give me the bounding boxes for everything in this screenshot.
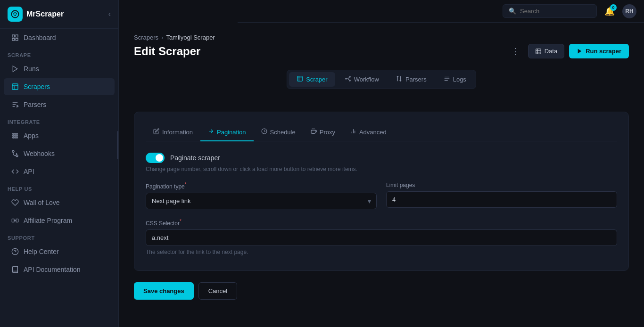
css-selector-label: CSS Selector* bbox=[146, 219, 617, 227]
breadcrumb-parent[interactable]: Scrapers bbox=[134, 34, 158, 41]
sub-tab-information-label: Information bbox=[162, 129, 193, 136]
runs-icon bbox=[11, 65, 19, 73]
svg-point-27 bbox=[349, 80, 350, 81]
logo-text: MrScraper bbox=[26, 10, 64, 18]
search-box[interactable]: 🔍 bbox=[503, 4, 597, 18]
svg-point-11 bbox=[17, 133, 18, 135]
sidebar-item-affiliate[interactable]: Affiliate Program bbox=[4, 212, 115, 229]
notification-badge: 0 bbox=[610, 4, 617, 11]
save-changes-button[interactable]: Save changes bbox=[134, 282, 194, 300]
sub-tab-advanced[interactable]: Advanced bbox=[343, 123, 394, 141]
sidebar-item-api[interactable]: API bbox=[4, 163, 115, 180]
logo-area: MrScraper ‹ bbox=[0, 0, 118, 29]
pagination-type-group: Pagination type* Next page link Page num… bbox=[146, 182, 377, 209]
svg-marker-6 bbox=[13, 66, 17, 72]
info-icon bbox=[153, 128, 159, 136]
section-helpus: Help Us bbox=[0, 180, 118, 194]
pagination-type-select-wrapper: Next page link Page number Load more but… bbox=[146, 193, 377, 209]
svg-point-14 bbox=[17, 135, 18, 137]
sub-tab-information[interactable]: Information bbox=[146, 123, 200, 141]
paginate-toggle[interactable] bbox=[146, 153, 165, 163]
css-selector-hint: The selector for the link to the next pa… bbox=[146, 249, 617, 255]
tab-scraper-label: Scraper bbox=[306, 76, 328, 83]
svg-point-15 bbox=[13, 137, 14, 139]
section-scrape: Scrape bbox=[0, 47, 118, 60]
book-icon bbox=[11, 266, 19, 273]
logs-tab-icon bbox=[444, 75, 450, 83]
svg-rect-19 bbox=[16, 219, 18, 222]
tab-workflow-label: Workflow bbox=[354, 76, 379, 83]
scrapers-label: Scrapers bbox=[24, 83, 50, 90]
sub-tab-proxy[interactable]: Proxy bbox=[303, 123, 343, 141]
svg-rect-18 bbox=[12, 219, 14, 222]
data-button-label: Data bbox=[545, 48, 557, 55]
sub-tab-pagination[interactable]: Pagination bbox=[200, 123, 253, 141]
sidebar-item-scrapers[interactable]: Scrapers bbox=[4, 78, 115, 95]
proxy-icon bbox=[311, 128, 317, 136]
tab-workflow[interactable]: Workflow bbox=[337, 72, 387, 87]
pagination-icon bbox=[208, 128, 214, 136]
workflow-tab-icon bbox=[345, 75, 351, 83]
svg-point-12 bbox=[13, 135, 14, 137]
sidebar-item-apps[interactable]: Apps bbox=[4, 127, 115, 144]
sidebar-item-dashboard[interactable]: Dashboard bbox=[4, 29, 115, 46]
sidebar-item-help-center[interactable]: Help Center bbox=[4, 243, 115, 260]
svg-point-25 bbox=[345, 78, 346, 79]
avatar[interactable]: RH bbox=[622, 4, 636, 18]
help-icon bbox=[11, 248, 19, 255]
svg-point-17 bbox=[17, 137, 18, 139]
svg-rect-4 bbox=[16, 38, 18, 41]
affiliate-label: Affiliate Program bbox=[24, 217, 72, 224]
sidebar-collapse-button[interactable]: ‹ bbox=[108, 10, 111, 18]
svg-marker-23 bbox=[578, 49, 582, 54]
sidebar-item-runs[interactable]: Runs bbox=[4, 60, 115, 77]
sub-tab-proxy-label: Proxy bbox=[320, 129, 335, 136]
webhooks-label: Webhooks bbox=[24, 150, 55, 157]
api-icon bbox=[11, 168, 19, 175]
sub-tab-bar: Information Pagination bbox=[146, 123, 617, 141]
sidebar-item-wall-of-love[interactable]: Wall of Love bbox=[4, 194, 115, 211]
css-selector-input[interactable] bbox=[146, 229, 617, 246]
tab-parsers[interactable]: Parsers bbox=[388, 72, 434, 87]
run-scraper-button[interactable]: Run scraper bbox=[569, 44, 629, 58]
header-actions: ⋮ Data Run scraper bbox=[507, 44, 629, 58]
limit-pages-input[interactable] bbox=[386, 191, 617, 208]
sidebar-item-parsers[interactable]: Parsers bbox=[4, 96, 115, 113]
tab-scraper[interactable]: Scraper bbox=[289, 72, 335, 87]
sub-tab-schedule[interactable]: Schedule bbox=[254, 123, 303, 141]
sidebar-item-api-docs[interactable]: API Documentation bbox=[4, 261, 115, 278]
tab-logs-label: Logs bbox=[453, 76, 466, 83]
parsers-label: Parsers bbox=[24, 101, 46, 108]
affiliate-icon bbox=[11, 217, 19, 224]
cancel-button[interactable]: Cancel bbox=[198, 282, 237, 300]
sidebar-item-webhooks[interactable]: Webhooks bbox=[4, 145, 115, 162]
pagination-type-label: Pagination type* bbox=[146, 182, 377, 190]
tab-logs[interactable]: Logs bbox=[436, 72, 474, 87]
main-content: Scrapers › Tamilyogi Scraper Edit Scrape… bbox=[119, 23, 644, 327]
logo-icon bbox=[8, 7, 23, 22]
search-icon: 🔍 bbox=[509, 8, 516, 15]
section-integrate: Integrate bbox=[0, 114, 118, 127]
svg-rect-24 bbox=[297, 76, 303, 82]
scraper-tab-icon bbox=[297, 75, 303, 83]
notification-button[interactable]: 🔔 0 bbox=[603, 4, 617, 18]
api-docs-label: API Documentation bbox=[24, 266, 81, 273]
pagination-type-select[interactable]: Next page link Page number Load more but… bbox=[146, 193, 377, 209]
more-options-button[interactable]: ⋮ bbox=[507, 44, 523, 58]
svg-rect-5 bbox=[12, 38, 15, 41]
limit-pages-label: Limit pages bbox=[386, 182, 617, 188]
help-center-label: Help Center bbox=[24, 248, 59, 255]
data-button[interactable]: Data bbox=[528, 44, 564, 58]
apps-label: Apps bbox=[24, 132, 39, 139]
tab-parsers-label: Parsers bbox=[405, 76, 427, 83]
api-label: API bbox=[24, 168, 34, 175]
content-area: Scrapers › Tamilyogi Scraper Edit Scrape… bbox=[119, 23, 644, 327]
paginate-toggle-label: Paginate scraper bbox=[170, 154, 220, 162]
page-header: Edit Scraper ⋮ Data Run scr bbox=[134, 44, 629, 58]
paginate-toggle-desc: Change page number, scroll down or click… bbox=[146, 166, 617, 172]
sub-tab-pagination-label: Pagination bbox=[217, 129, 246, 136]
schedule-icon bbox=[261, 128, 267, 136]
search-input[interactable] bbox=[520, 8, 591, 15]
css-selector-group: CSS Selector* The selector for the link … bbox=[146, 219, 617, 255]
svg-point-9 bbox=[13, 133, 14, 135]
